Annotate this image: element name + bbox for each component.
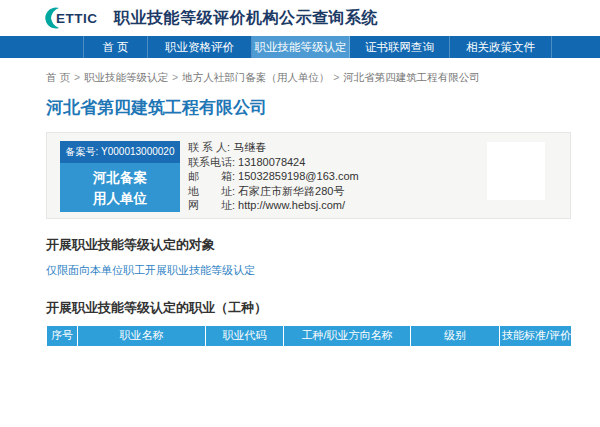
badge-region-label: 河北备案	[60, 167, 180, 188]
main-content: 首 页>职业技能等级认定>地方人社部门备案（用人单位）>河北省第四建筑工程有限公…	[0, 71, 600, 347]
record-number-label: 备案号:	[66, 146, 99, 157]
table-header-cell: 职业名称	[78, 326, 206, 346]
nav-item-2[interactable]: 职业资格评价	[148, 36, 252, 58]
record-badge-body: 河北备案 用人单位	[60, 163, 180, 212]
contact-value: 13180078424	[238, 156, 305, 168]
record-number: 备案号: Y000013000020	[60, 141, 180, 163]
contact-label: 联系电话:	[188, 156, 235, 168]
occupations-section-heading: 开展职业技能等级认定的职业（工种）	[46, 299, 572, 317]
top-header-bar: ETTIC 职业技能等级评价机构公示查询系统	[0, 0, 600, 36]
contact-label: 地 址:	[188, 185, 235, 197]
ettic-logo-graphic: ETTIC	[45, 6, 107, 30]
table-header-cell: 工种/职业方向名称	[284, 326, 411, 346]
breadcrumb-separator: >	[74, 71, 80, 83]
contact-value: 石家庄市新华路280号	[238, 185, 344, 197]
table-header-cell: 级别	[411, 326, 500, 346]
breadcrumb-separator: >	[333, 71, 339, 83]
table-header-cell: 技能标准/评价规范	[500, 326, 572, 346]
contact-row: 联 系 人:马继春	[188, 140, 359, 155]
contact-value: 15032859198@163.com	[238, 170, 359, 182]
ettic-logo: ETTIC	[45, 6, 107, 30]
breadcrumb-item-1[interactable]: 首 页	[46, 71, 70, 83]
table-header-cell: 序号	[47, 326, 78, 346]
contact-row: 地 址:石家庄市新华路280号	[188, 184, 359, 199]
site-title: 职业技能等级评价机构公示查询系统	[114, 8, 378, 29]
breadcrumb: 首 页>职业技能等级认定>地方人社部门备案（用人单位）>河北省第四建筑工程有限公…	[46, 71, 572, 85]
breadcrumb-item-3[interactable]: 地方人社部门备案（用人单位）	[182, 71, 329, 83]
target-section-heading: 开展职业技能等级认定的对象	[46, 236, 572, 254]
contact-row: 邮 箱:15032859198@163.com	[188, 169, 359, 184]
qr-code	[487, 142, 545, 200]
contact-label: 邮 箱:	[188, 170, 235, 182]
page-title: 河北省第四建筑工程有限公司	[46, 96, 572, 119]
contact-label: 网 址:	[188, 199, 235, 211]
main-nav: 首 页职业资格评价职业技能等级认定证书联网查询相关政策文件	[0, 36, 600, 58]
breadcrumb-item-2[interactable]: 职业技能等级认定	[84, 71, 168, 83]
contact-row: 联系电话:13180078424	[188, 155, 359, 170]
table-header-row: 序号职业名称职业代码工种/职业方向名称级别技能标准/评价规范	[47, 326, 572, 346]
org-info-card: 备案号: Y000013000020 河北备案 用人单位 联 系 人:马继春联系…	[46, 132, 571, 219]
contact-value: 马继春	[233, 141, 266, 153]
contact-label: 联 系 人:	[188, 141, 230, 153]
nav-item-5[interactable]: 相关政策文件	[450, 36, 552, 58]
contact-value: http://www.hebsj.com/	[238, 199, 345, 211]
contact-info: 联 系 人:马继春联系电话:13180078424邮 箱:15032859198…	[188, 140, 359, 213]
nav-item-4[interactable]: 证书联网查询	[350, 36, 450, 58]
contact-row: 网 址:http://www.hebsj.com/	[188, 198, 359, 213]
record-number-value: Y000013000020	[101, 146, 174, 157]
nav-item-3[interactable]: 职业技能等级认定	[252, 36, 350, 58]
occupations-table: 序号职业名称职业代码工种/职业方向名称级别技能标准/评价规范	[46, 326, 572, 347]
breadcrumb-separator: >	[172, 71, 178, 83]
badge-type-label: 用人单位	[60, 188, 180, 209]
nav-item-1[interactable]: 首 页	[84, 36, 148, 58]
target-scope-text: 仅限面向本单位职工开展职业技能等级认定	[46, 263, 572, 278]
record-badge: 备案号: Y000013000020 河北备案 用人单位	[60, 141, 180, 212]
logo-text: ETTIC	[56, 11, 98, 26]
breadcrumb-item-4: 河北省第四建筑工程有限公司	[343, 71, 480, 83]
table-header-cell: 职业代码	[206, 326, 284, 346]
nav-spacer	[0, 36, 84, 58]
